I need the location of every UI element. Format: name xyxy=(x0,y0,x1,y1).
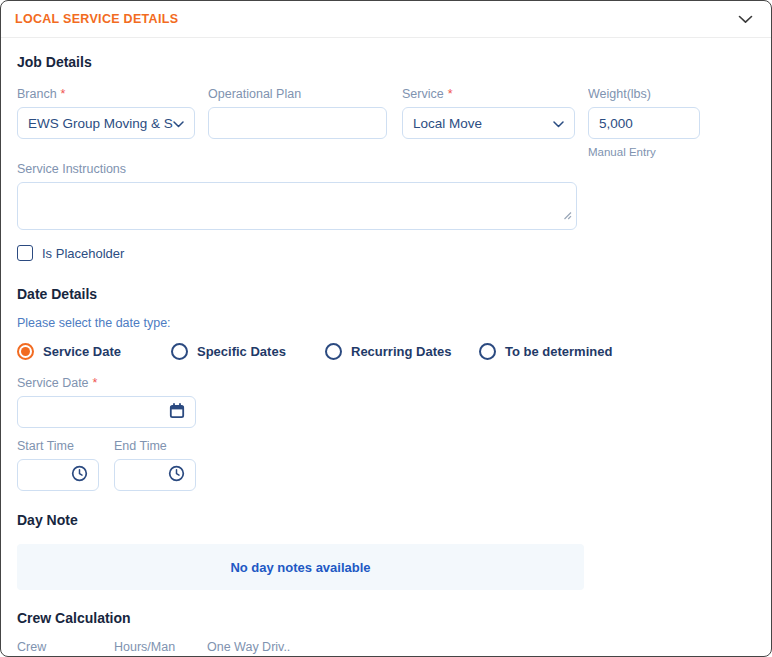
weight-label: Weight(lbs) xyxy=(588,87,700,101)
radio-specific-dates[interactable]: Specific Dates xyxy=(171,343,325,360)
radio-recurring-dates[interactable]: Recurring Dates xyxy=(325,343,479,360)
is-placeholder-checkbox[interactable] xyxy=(17,245,33,261)
date-details-heading: Date Details xyxy=(17,286,755,302)
date-type-radio-group: Service Date Specific Dates Recurring Da… xyxy=(17,343,755,360)
radio-button-icon[interactable] xyxy=(479,343,496,360)
radio-to-be-determined[interactable]: To be determined xyxy=(479,343,612,360)
clock-icon[interactable] xyxy=(168,465,185,485)
crew-calculation-row: Crew Auto-calculated Hours/Man Auto-calc… xyxy=(17,640,755,657)
operational-plan-field: Operational Plan xyxy=(208,87,387,158)
times-row: Start Time End Time xyxy=(17,439,755,491)
service-date-input[interactable] xyxy=(17,396,196,428)
end-time-input[interactable] xyxy=(114,459,196,491)
one-way-drive-label: One Way Driv... xyxy=(207,640,291,654)
service-instructions-label: Service Instructions xyxy=(17,162,755,176)
collapse-button[interactable] xyxy=(738,12,753,27)
radio-button-icon[interactable] xyxy=(325,343,342,360)
branch-select[interactable]: EWS Group Moving & St... xyxy=(17,107,195,139)
panel-title: LOCAL SERVICE DETAILS xyxy=(15,12,178,26)
service-date-field: Service Date* xyxy=(17,376,196,428)
radio-button-icon[interactable] xyxy=(17,343,34,360)
hours-man-field: Hours/Man Auto-calculated xyxy=(114,640,196,657)
chevron-down-icon xyxy=(738,12,753,27)
job-details-row: Branch* EWS Group Moving & St... Operati… xyxy=(17,87,755,158)
radio-label: Specific Dates xyxy=(197,344,286,359)
radio-button-icon[interactable] xyxy=(171,343,188,360)
start-time-label: Start Time xyxy=(17,439,99,453)
day-note-empty-box: No day notes available xyxy=(17,544,584,590)
end-time-label: End Time xyxy=(114,439,196,453)
weight-helper-text: Manual Entry xyxy=(588,146,700,158)
chevron-down-icon xyxy=(173,116,184,131)
calendar-icon[interactable] xyxy=(169,403,185,422)
clock-icon[interactable] xyxy=(71,465,88,485)
radio-label: Service Date xyxy=(43,344,121,359)
day-note-heading: Day Note xyxy=(17,512,755,528)
is-placeholder-checkbox-row[interactable]: Is Placeholder xyxy=(17,245,755,261)
branch-field: Branch* EWS Group Moving & St... xyxy=(17,87,195,158)
panel-header: LOCAL SERVICE DETAILS xyxy=(1,1,771,38)
hours-man-label: Hours/Man xyxy=(114,640,196,654)
job-details-heading: Job Details xyxy=(17,54,755,70)
service-select[interactable]: Local Move xyxy=(402,107,575,139)
required-asterisk: * xyxy=(448,87,453,101)
branch-select-value: EWS Group Moving & St... xyxy=(28,116,173,131)
crew-label: Crew xyxy=(17,640,99,654)
end-time-field: End Time xyxy=(114,439,196,491)
start-time-field: Start Time xyxy=(17,439,99,491)
service-instructions-textarea[interactable] xyxy=(17,182,577,230)
required-asterisk: * xyxy=(61,87,66,101)
date-type-prompt: Please select the date type: xyxy=(17,316,755,330)
radio-label: To be determined xyxy=(505,344,612,359)
operational-plan-input[interactable] xyxy=(208,107,387,139)
weight-field: Weight(lbs) Manual Entry xyxy=(588,87,700,158)
radio-label: Recurring Dates xyxy=(351,344,451,359)
weight-input[interactable] xyxy=(588,107,700,139)
service-field: Service* Local Move xyxy=(402,87,575,158)
required-asterisk: * xyxy=(93,376,98,390)
chevron-down-icon xyxy=(553,116,564,131)
crew-field: Crew Auto-calculated xyxy=(17,640,99,657)
one-way-drive-field: One Way Driv... − 0.00 + xyxy=(207,640,291,657)
local-service-details-panel: LOCAL SERVICE DETAILS Job Details Branch… xyxy=(0,0,772,657)
service-select-value: Local Move xyxy=(413,116,482,131)
service-instructions-field: Service Instructions xyxy=(17,162,755,230)
branch-label: Branch* xyxy=(17,87,195,101)
operational-plan-label: Operational Plan xyxy=(208,87,387,101)
totals-cluster: Total hours required: 10 Total hours/man… xyxy=(308,640,566,657)
service-date-label: Service Date* xyxy=(17,376,196,390)
day-note-empty-message: No day notes available xyxy=(230,560,370,575)
start-time-input[interactable] xyxy=(17,459,99,491)
is-placeholder-label: Is Placeholder xyxy=(42,246,124,261)
crew-calculation-heading: Crew Calculation xyxy=(17,610,755,626)
radio-service-date[interactable]: Service Date xyxy=(17,343,171,360)
service-label: Service* xyxy=(402,87,575,101)
